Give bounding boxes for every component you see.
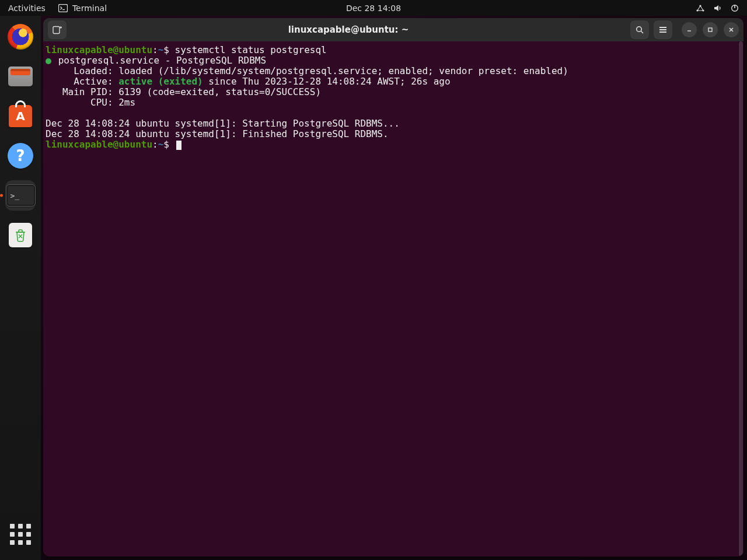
power-icon[interactable]	[731, 4, 739, 12]
scrollbar-thumb[interactable]	[739, 41, 743, 556]
terminal-scrollbar[interactable]	[738, 41, 743, 556]
cpu-line: CPU: 2ms	[46, 97, 135, 108]
titlebar: linuxcapable@ubuntu: ~	[43, 18, 743, 41]
menu-button[interactable]	[654, 20, 672, 39]
terminal-icon: >_	[6, 184, 36, 206]
maximize-icon	[707, 26, 714, 33]
active-prefix: Active:	[46, 76, 118, 87]
volume-icon[interactable]	[713, 4, 722, 12]
terminal-window: linuxcapable@ubuntu: ~ linuxcapable@u	[43, 18, 743, 556]
new-tab-button[interactable]	[48, 20, 67, 39]
cursor	[176, 141, 181, 150]
svg-rect-0	[58, 4, 67, 12]
svg-line-11	[641, 31, 643, 33]
active-suffix: since Thu 2023-12-28 14:08:24 AWST; 26s …	[203, 76, 451, 87]
dock-software[interactable]	[5, 101, 36, 131]
dock-files[interactable]	[5, 61, 36, 92]
mainpid-line: Main PID: 6139 (code=exited, status=0/SU…	[46, 86, 321, 97]
prompt-path: ~	[158, 44, 164, 55]
log-line-2: Dec 28 14:08:24 ubuntu systemd[1]: Finis…	[46, 128, 389, 139]
svg-rect-7	[53, 26, 60, 33]
terminal-output[interactable]: linuxcapable@ubuntu:~$ systemctl status …	[43, 41, 738, 556]
active-app-menu[interactable]: Terminal	[58, 4, 107, 13]
firefox-icon	[8, 24, 33, 50]
dock-firefox[interactable]	[5, 22, 36, 52]
dock-help[interactable]: ?	[5, 141, 36, 171]
new-tab-icon	[53, 25, 62, 35]
status-dot-icon	[46, 58, 51, 64]
prompt-symbol: $	[163, 139, 169, 150]
close-button[interactable]	[724, 22, 739, 37]
search-button[interactable]	[630, 20, 649, 39]
trash-icon	[9, 223, 32, 247]
dock-terminal[interactable]: >_	[5, 180, 36, 211]
top-panel: Activities Terminal Dec 28 14:08	[0, 0, 747, 16]
clock[interactable]: Dec 28 14:08	[346, 4, 401, 13]
maximize-button[interactable]	[703, 22, 718, 37]
dock-trash[interactable]	[5, 220, 36, 250]
prompt-sep: :	[152, 139, 158, 150]
activities-button[interactable]: Activities	[8, 4, 46, 13]
svg-point-10	[637, 27, 642, 32]
prompt-user: linuxcapable@ubuntu	[46, 44, 152, 55]
hamburger-icon	[658, 26, 668, 34]
command-1: systemctl status postgresql	[175, 44, 327, 55]
terminal-app-icon	[58, 4, 68, 12]
minimize-icon	[686, 26, 693, 33]
svg-rect-16	[708, 28, 712, 32]
network-icon[interactable]	[696, 4, 705, 12]
help-icon: ?	[8, 143, 33, 169]
prompt-user: linuxcapable@ubuntu	[46, 139, 152, 150]
active-state: active (exited)	[118, 76, 203, 87]
prompt-sep: :	[152, 44, 158, 55]
show-applications-button[interactable]	[5, 519, 36, 550]
loaded-line: Loaded: loaded (/lib/systemd/system/post…	[46, 65, 568, 76]
software-icon	[9, 105, 32, 127]
window-title: linuxcapable@ubuntu: ~	[71, 24, 626, 35]
active-app-label: Terminal	[72, 4, 107, 13]
service-line: postgresql.service - PostgreSQL RDBMS	[53, 55, 266, 66]
prompt-path: ~	[158, 139, 164, 150]
search-icon	[635, 25, 644, 34]
minimize-button[interactable]	[682, 22, 697, 37]
close-icon	[728, 26, 735, 33]
apps-grid-icon	[10, 524, 31, 545]
files-icon	[8, 66, 33, 86]
log-line-1: Dec 28 14:08:24 ubuntu systemd[1]: Start…	[46, 118, 400, 129]
dock: ? >_	[0, 16, 41, 560]
prompt-symbol: $	[163, 44, 169, 55]
